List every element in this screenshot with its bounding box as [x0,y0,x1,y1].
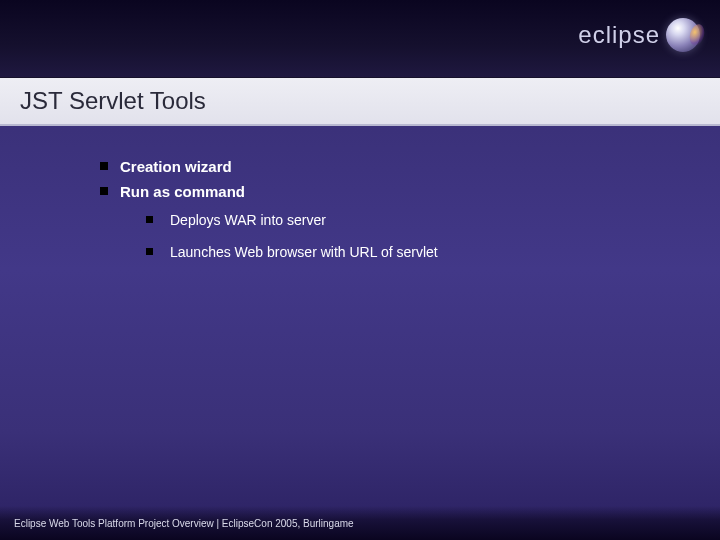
slide-content: Creation wizard Run as command Deploys W… [0,126,720,262]
footer-bar: Eclipse Web Tools Platform Project Overv… [0,506,720,540]
sub-bullet-item: Deploys WAR into server [146,211,720,231]
eclipse-logo: eclipse [578,18,700,52]
footer-text: Eclipse Web Tools Platform Project Overv… [14,518,354,529]
sub-bullet-item: Launches Web browser with URL of servlet [146,243,720,263]
bullet-item: Run as command Deploys WAR into server L… [100,181,720,263]
sub-bullet-text: Deploys WAR into server [170,212,326,228]
logo-text: eclipse [578,21,660,49]
bullet-text: Run as command [120,183,245,200]
sub-bullet-text: Launches Web browser with URL of servlet [170,244,438,260]
title-band: JST Servlet Tools [0,78,720,126]
bullet-text: Creation wizard [120,158,232,175]
slide-title: JST Servlet Tools [20,87,206,115]
eclipse-orb-icon [666,18,700,52]
header-bar: eclipse [0,0,720,78]
bullet-item: Creation wizard [100,156,720,179]
